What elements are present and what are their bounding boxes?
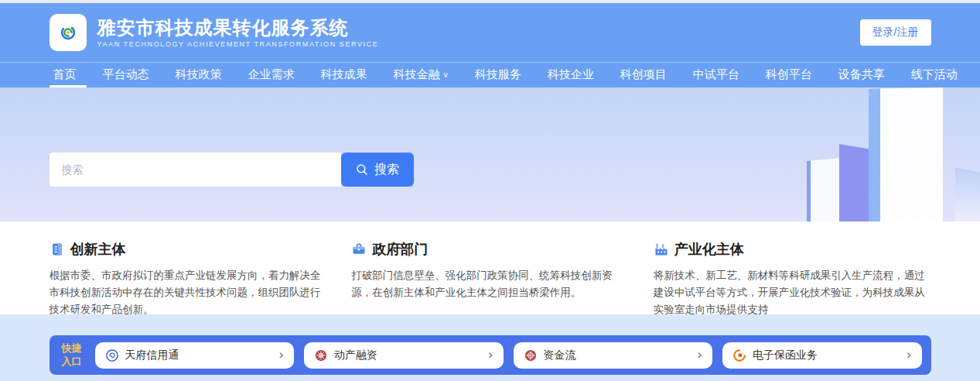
quick-link-chattel-financing[interactable]: 动产融资 ›	[304, 342, 504, 369]
nav-item-label: 科技金融	[394, 67, 440, 81]
quick-link-capital-flow[interactable]: 资金流 ›	[514, 342, 713, 369]
search-button-label: 搜索	[374, 162, 399, 178]
section-description: 打破部门信息壁垒、强化部门政策协同、统筹科技创新资源，在创新主体和产业化主体之间…	[351, 267, 629, 301]
nav-item-equipment-sharing[interactable]: 设备共享	[825, 63, 898, 88]
quick-access-label-line2: 入口	[62, 355, 82, 369]
chevron-right-icon: ›	[697, 348, 702, 362]
search-input[interactable]	[50, 153, 341, 187]
search-button[interactable]: 搜索	[341, 153, 414, 187]
factory-icon	[654, 242, 669, 257]
site-subtitle: YAAN TECHNOLOGY ACHIEVEMENT TRANSFORMATI…	[97, 40, 379, 48]
quick-link-label: 资金流	[544, 348, 576, 362]
section-innovation-entities: 创新主体 根据市委、市政府拟订的重点产业链发展方向，着力解决全市科技创新活动中存…	[50, 240, 327, 318]
section-title: 产业化主体	[674, 240, 744, 259]
nav-item-platform-news[interactable]: 平台动态	[90, 63, 162, 88]
tianfu-credit-icon	[105, 348, 119, 362]
chevron-down-icon: ∨	[443, 70, 449, 79]
e-guarantee-icon	[732, 348, 746, 362]
swirl-logo-icon	[60, 25, 76, 40]
nav-item-tech-achievements[interactable]: 科技成果	[308, 63, 381, 88]
capital-flow-seal-icon	[524, 348, 538, 362]
nav-item-tech-services[interactable]: 科技服务	[462, 63, 534, 88]
site-header: 雅安市科技成果转化服务系统 YAAN TECHNOLOGY ACHIEVEMEN…	[0, 3, 980, 62]
section-title: 政府部门	[372, 240, 428, 259]
section-description: 根据市委、市政府拟订的重点产业链发展方向，着力解决全市科技创新活动中存在的关键共…	[50, 267, 327, 318]
nav-item-home[interactable]: 首页	[50, 63, 90, 88]
search-icon	[355, 163, 369, 177]
section-title: 创新主体	[70, 240, 126, 259]
quick-link-label: 动产融资	[334, 348, 377, 362]
section-industrialization-entities: 产业化主体 将新技术、新工艺、新材料等科研成果引入生产流程，通过建设中试平台等方…	[654, 240, 931, 318]
quick-link-label: 电子保函业务	[753, 348, 818, 362]
nav-item-innovation-platform[interactable]: 科创平台	[753, 63, 825, 88]
quick-link-e-guarantee[interactable]: 电子保函业务 ›	[722, 342, 922, 369]
chevron-right-icon: ›	[488, 348, 493, 362]
chevron-right-icon: ›	[278, 348, 284, 362]
chevron-right-icon: ›	[907, 348, 912, 362]
quick-link-tianfu-credit[interactable]: 天府信用通 ›	[95, 342, 295, 369]
quick-link-label: 天府信用通	[125, 348, 179, 362]
section-description: 将新技术、新工艺、新材料等科研成果引入生产流程，通过建设中试平台等方式，开展产业…	[654, 267, 931, 318]
section-government-departments: 政府部门 打破部门信息壁垒、强化部门政策协同、统筹科技创新资源，在创新主体和产业…	[351, 240, 629, 318]
nav-item-offline-activities[interactable]: 线下活动	[898, 63, 971, 88]
search-bar: 搜索	[50, 153, 931, 187]
nav-item-tech-policy[interactable]: 科技政策	[162, 63, 235, 88]
roles-section: 创新主体 根据市委、市政府拟订的重点产业链发展方向，着力解决全市科技创新活动中存…	[0, 221, 980, 314]
site-logo[interactable]	[50, 14, 87, 51]
quick-access-label-line1: 快捷	[62, 342, 82, 355]
nav-item-tech-finance[interactable]: 科技金融∨	[381, 63, 462, 88]
nav-item-tech-enterprises[interactable]: 科技企业	[534, 63, 607, 88]
nav-item-innovation-projects[interactable]: 科创项目	[607, 63, 680, 88]
login-register-button[interactable]: 登录/注册	[860, 19, 931, 46]
quick-access-label: 快捷 入口	[59, 342, 85, 369]
document-icon	[50, 242, 65, 257]
site-title: 雅安市科技成果转化服务系统	[97, 17, 379, 39]
main-nav: 首页 平台动态 科技政策 企业需求 科技成果 科技金融∨ 科技服务 科技企业 科…	[0, 62, 980, 88]
briefcase-icon	[351, 242, 367, 257]
quick-access-footer: 快捷 入口 天府信用通 › 动产融资 ›	[0, 314, 980, 381]
chattel-financing-seal-icon	[314, 348, 328, 362]
quick-access-bar: 快捷 入口 天府信用通 › 动产融资 ›	[50, 335, 931, 375]
nav-item-pilot-platform[interactable]: 中试平台	[680, 63, 753, 88]
hero-banner: 搜索	[0, 88, 980, 221]
tower-bar	[955, 167, 980, 221]
nav-item-enterprise-demand[interactable]: 企业需求	[235, 63, 308, 88]
site-title-block: 雅安市科技成果转化服务系统 YAAN TECHNOLOGY ACHIEVEMEN…	[97, 17, 379, 49]
